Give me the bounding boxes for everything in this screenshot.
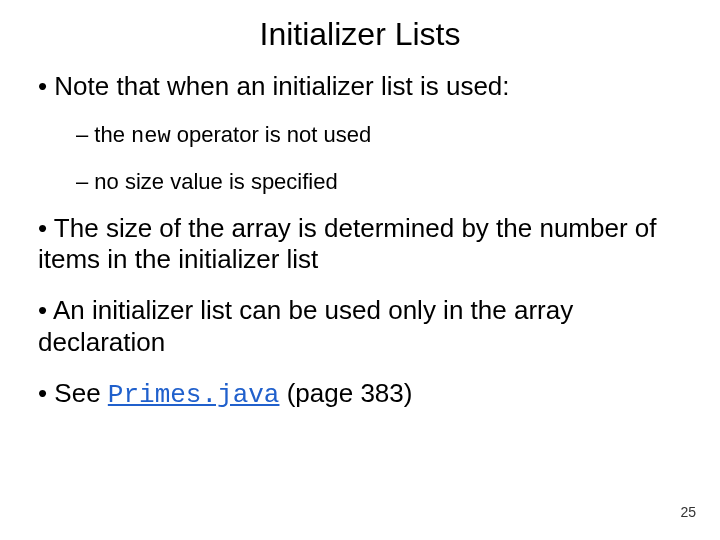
code-new: new bbox=[131, 124, 171, 149]
slide: Initializer Lists Note that when an init… bbox=[0, 0, 720, 540]
bullet-size-determined: The size of the array is determined by t… bbox=[38, 213, 692, 275]
bullet-note: Note that when an initializer list is us… bbox=[38, 71, 692, 102]
subbullet-new-operator: the new operator is not used bbox=[76, 122, 692, 150]
page-number: 25 bbox=[680, 504, 696, 520]
bullet-list: Note that when an initializer list is us… bbox=[28, 71, 692, 411]
bullet-declaration-only: An initializer list can be used only in … bbox=[38, 295, 692, 357]
subbullet-no-size: no size value is specified bbox=[76, 169, 692, 195]
bullet-see-reference: See Primes.java (page 383) bbox=[38, 378, 692, 411]
text-page-ref: (page 383) bbox=[279, 378, 412, 408]
slide-title: Initializer Lists bbox=[28, 16, 692, 53]
text-pre: the bbox=[94, 122, 131, 147]
text-post: operator is not used bbox=[171, 122, 372, 147]
text-see: See bbox=[54, 378, 108, 408]
link-primes-java[interactable]: Primes.java bbox=[108, 380, 280, 410]
